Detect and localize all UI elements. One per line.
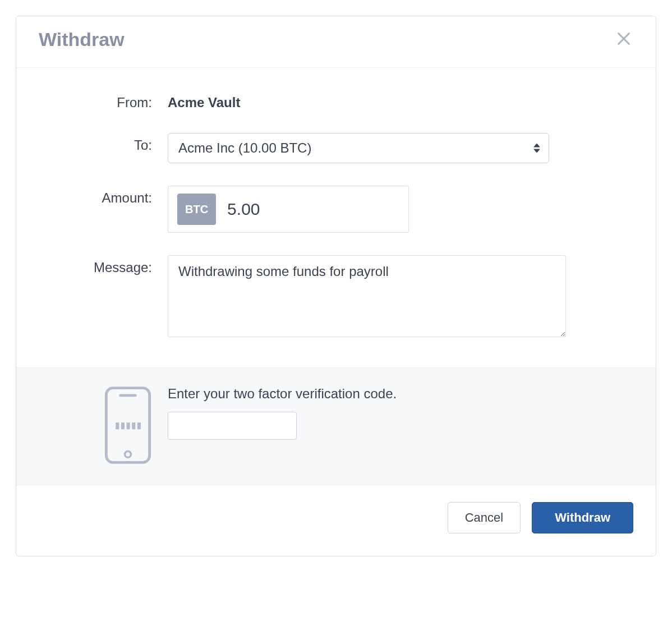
modal-body: From: Acme Vault To: Acme Inc (10.00 BTC… <box>16 68 656 367</box>
amount-label: Amount: <box>39 186 168 206</box>
close-icon <box>616 31 632 49</box>
currency-badge: BTC <box>177 194 216 225</box>
cancel-button[interactable]: Cancel <box>448 502 521 533</box>
close-button[interactable] <box>614 30 633 49</box>
svg-rect-5 <box>116 422 119 429</box>
to-row: To: Acme Inc (10.00 BTC) <box>39 133 633 163</box>
from-value: Acme Vault <box>168 90 633 111</box>
svg-rect-7 <box>127 422 130 429</box>
svg-rect-6 <box>121 422 125 429</box>
svg-rect-3 <box>119 394 136 397</box>
to-select[interactable]: Acme Inc (10.00 BTC) <box>168 133 549 163</box>
withdraw-button[interactable]: Withdraw <box>532 502 633 533</box>
twofa-section: Enter your two factor verification code. <box>16 367 656 485</box>
modal-title: Withdraw <box>39 29 125 50</box>
from-label: From: <box>39 90 168 111</box>
to-selected-value: Acme Inc (10.00 BTC) <box>178 140 311 156</box>
message-textarea[interactable] <box>168 255 566 337</box>
to-label: To: <box>39 133 168 153</box>
modal-footer: Cancel Withdraw <box>16 485 656 556</box>
twofa-prompt: Enter your two factor verification code. <box>168 386 633 402</box>
amount-input[interactable] <box>226 194 441 224</box>
phone-icon <box>104 386 152 464</box>
message-row: Message: <box>39 255 633 339</box>
amount-group: BTC <box>168 186 409 233</box>
twofa-code-input[interactable] <box>168 412 297 440</box>
withdraw-modal: Withdraw From: Acme Vault To: <box>16 16 656 556</box>
from-row: From: Acme Vault <box>39 90 633 111</box>
modal-header: Withdraw <box>16 16 656 68</box>
svg-point-4 <box>125 451 131 457</box>
amount-row: Amount: BTC <box>39 186 633 233</box>
svg-rect-8 <box>132 422 135 429</box>
message-label: Message: <box>39 255 168 275</box>
svg-rect-9 <box>137 422 141 429</box>
